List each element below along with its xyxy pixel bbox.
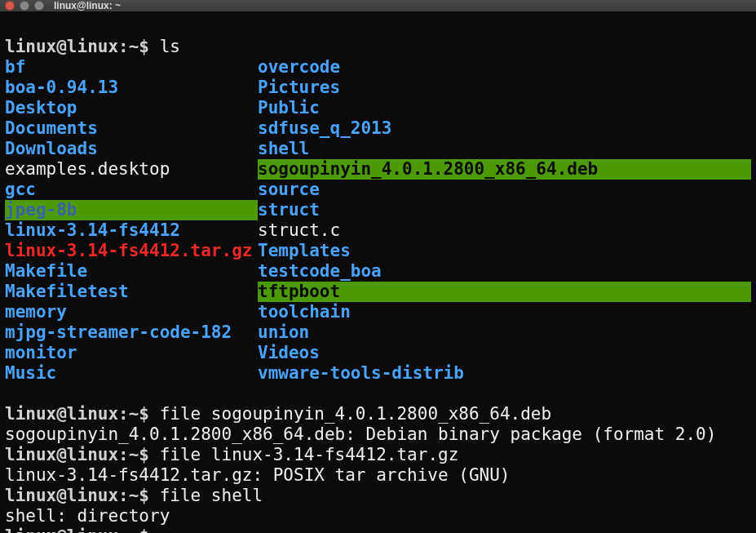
command-ls: ls [160,37,180,56]
ls-entry: Music [5,363,258,384]
ls-entry: testcode_boa [258,261,751,282]
ls-entry: linux-3.14-fs4412.tar.gz [5,241,258,261]
ls-entry: mjpg-streamer-code-182 [5,322,258,343]
window-minimize-button[interactable] [20,1,29,11]
output-file-deb: sogoupinyin_4.0.1.2800_x86_64.deb: Debia… [5,424,716,444]
ls-entry: Documents [5,118,258,139]
ls-entry: Downloads [5,139,258,159]
ls-entry: tftpboot [258,282,751,302]
ls-entry: Makefiletest [5,282,258,302]
ls-entry: Makefile [5,261,258,282]
ls-entry: boa-0.94.13 [5,78,258,98]
command-file-tar: file linux-3.14-fs4412.tar.gz [160,445,459,464]
window-title: linux@linux: ~ [54,0,121,11]
ls-entry: vmware-tools-distrib [258,363,751,384]
ls-entry: struct.c [258,220,751,241]
prompt: linux@linux:~$ [5,404,160,424]
ls-entry: Templates [258,241,751,261]
ls-entry: shell [258,139,751,159]
ls-entry: bf [5,57,258,78]
ls-entry: struct [258,200,751,220]
ls-entry: source [258,180,751,200]
ls-entry: Videos [258,343,751,363]
prompt: linux@linux:~$ [5,526,160,533]
ls-entry: toolchain [258,302,751,322]
output-file-tar: linux-3.14-fs4412.tar.gz: POSIX tar arch… [5,465,511,485]
ls-entry: gcc [5,180,258,200]
command-file-deb: file sogoupinyin_4.0.1.2800_x86_64.deb [160,404,551,424]
terminal-body[interactable]: linux@linux:~$ ls bfovercodeboa-0.94.13P… [0,11,756,533]
ls-entry: memory [5,302,258,322]
window-close-button[interactable] [5,1,15,11]
ls-entry: jpeg-8b [5,200,258,220]
ls-entry: overcode [258,57,751,78]
ls-entry: sdfuse_q_2013 [258,118,751,139]
ls-entry: union [258,322,751,343]
ls-output: bfovercodeboa-0.94.13PicturesDesktopPubl… [5,57,751,384]
window-maximize-button[interactable] [34,1,44,11]
prompt: linux@linux:~$ [5,486,160,505]
ls-entry: sogoupinyin_4.0.1.2800_x86_64.deb [258,159,751,180]
ls-entry: monitor [5,343,258,363]
terminal-window: linux@linux: ~ linux@linux:~$ ls bfoverc… [0,0,756,533]
ls-entry: Public [258,98,751,118]
ls-entry: Desktop [5,98,258,118]
window-titlebar: linux@linux: ~ [0,0,756,11]
command-file-shell: file shell [160,486,263,505]
prompt: linux@linux:~$ [5,37,160,56]
ls-entry: linux-3.14-fs4412 [5,220,258,241]
prompt: linux@linux:~$ [5,445,160,464]
output-file-shell: shell: directory [5,506,170,526]
ls-entry: Pictures [258,78,751,98]
ls-entry: examples.desktop [5,159,258,180]
